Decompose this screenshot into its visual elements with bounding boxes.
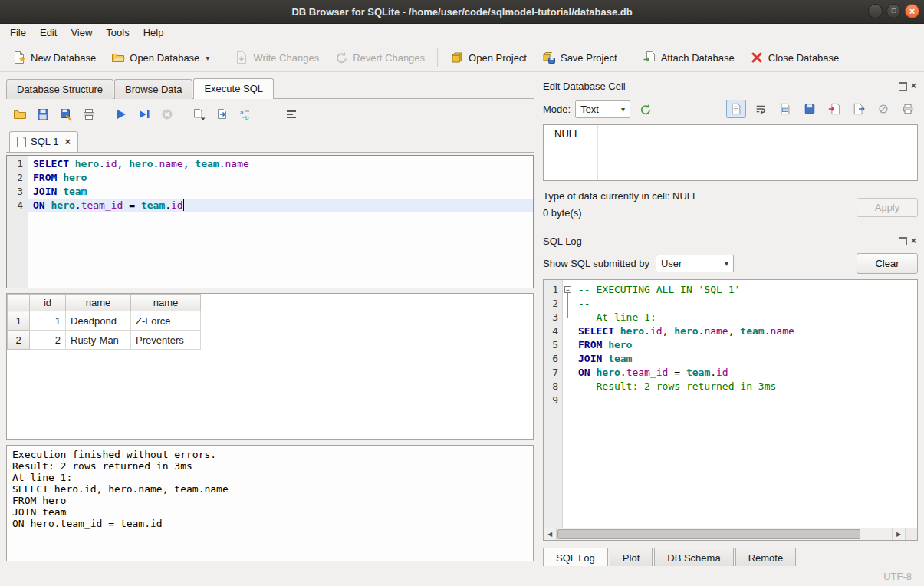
menu-edit[interactable]: Edit: [33, 24, 64, 44]
minimize-button[interactable]: –: [868, 4, 883, 18]
title-bar[interactable]: DB Browser for SQLite - /home/user/code/…: [0, 0, 924, 24]
close-panel-icon[interactable]: ×: [911, 237, 916, 245]
new-database-button[interactable]: New Database: [5, 46, 104, 69]
horizontal-scrollbar[interactable]: ◀ ▶: [544, 528, 917, 540]
execute-all-icon: [114, 107, 128, 121]
open-in-new-tab-button[interactable]: [212, 104, 233, 125]
column-header[interactable]: name: [131, 295, 201, 311]
cell-editor[interactable]: NULL: [543, 124, 918, 181]
close-panel-icon[interactable]: ×: [911, 82, 916, 90]
close-database-label: Close Database: [768, 52, 840, 64]
table-row[interactable]: 11DeadpondZ-Force: [8, 311, 201, 331]
set-null-button[interactable]: [873, 100, 893, 118]
clear-log-button[interactable]: Clear: [857, 253, 918, 274]
print-cell-button[interactable]: [898, 100, 918, 118]
print-icon: [902, 103, 914, 115]
cell-size-info: 0 byte(s): [543, 207, 857, 219]
cell-type-info: Type of data currently in cell: NULL: [543, 190, 857, 202]
code-text: SELECT hero.id, hero.name, team.name: [574, 324, 917, 338]
close-database-button[interactable]: Close Database: [742, 46, 847, 69]
word-wrap-cell-button[interactable]: [751, 100, 771, 118]
float-panel-icon[interactable]: [899, 82, 907, 91]
menu-bar: FileEditViewToolsHelp: [0, 24, 924, 44]
attach-database-button[interactable]: Attach Database: [635, 46, 742, 69]
table-cell[interactable]: Deadpond: [66, 311, 131, 331]
tab-close-icon[interactable]: ×: [64, 136, 71, 147]
scrollbar-thumb[interactable]: [557, 529, 860, 539]
new-database-label: New Database: [31, 52, 96, 64]
auto-update-button[interactable]: [635, 100, 655, 118]
execute-all-button[interactable]: [110, 104, 132, 125]
execution-message-pane[interactable]: Execution finished without errors. Resul…: [6, 445, 534, 561]
save-cell-file-button[interactable]: [800, 100, 820, 118]
line-number: 4: [7, 199, 28, 212]
table-row[interactable]: 22Rusty-ManPreventers: [8, 331, 201, 350]
print-sql-button[interactable]: [78, 104, 100, 125]
save-sql-as-button[interactable]: [55, 104, 77, 125]
execute-current-line-icon: [137, 107, 151, 121]
menu-tools[interactable]: Tools: [99, 24, 136, 44]
save-sql-file-button[interactable]: [32, 104, 54, 125]
word-wrap-icon: [755, 103, 767, 115]
code-line: 2--: [544, 297, 917, 311]
find-replace-icon: ab: [238, 107, 252, 121]
execute-current-line-button[interactable]: [133, 104, 155, 125]
open-cell-file-button[interactable]: [775, 100, 795, 118]
stop-execution-button: [156, 104, 178, 125]
table-cell[interactable]: Preventers: [131, 331, 201, 350]
fold-margin[interactable]: −: [562, 283, 574, 297]
maximize-button[interactable]: □: [886, 4, 901, 18]
open-database-label: Open Database: [130, 52, 199, 64]
code-text: SELECT hero.id, hero.name, team.name: [28, 157, 533, 171]
float-panel-icon[interactable]: [899, 237, 907, 245]
open-project-button[interactable]: Open Project: [442, 46, 534, 69]
fold-margin: [562, 324, 574, 338]
scroll-left-icon[interactable]: ◀: [544, 528, 557, 540]
code-text: FROM hero: [28, 171, 533, 185]
attach-database-icon: [643, 51, 656, 64]
tab-execute-sql[interactable]: Execute SQL: [193, 78, 274, 99]
save-project-button[interactable]: Save Project: [534, 46, 625, 69]
save-sql-as-icon: [59, 107, 73, 121]
fold-collapse-icon[interactable]: −: [564, 286, 571, 293]
find-replace-button[interactable]: ab: [235, 104, 256, 125]
table-cell[interactable]: Rusty-Man: [66, 331, 131, 350]
menu-help[interactable]: Help: [136, 24, 171, 44]
sql-editor[interactable]: 1SELECT hero.id, hero.name, team.name2FR…: [6, 155, 534, 288]
code-line: 1−-- EXECUTING ALL IN 'SQL 1': [544, 283, 917, 297]
column-header[interactable]: name: [66, 295, 131, 311]
results-grid[interactable]: idnamename 11DeadpondZ-Force22Rusty-ManP…: [6, 293, 534, 440]
open-database-button[interactable]: Open Database ▾: [104, 46, 217, 69]
new-tab-button[interactable]: [189, 104, 210, 125]
tab-database-structure[interactable]: Database Structure: [6, 79, 113, 99]
fold-margin: [562, 366, 574, 380]
menu-file[interactable]: File: [3, 24, 33, 44]
menu-view[interactable]: View: [64, 24, 99, 44]
mode-select[interactable]: Text ▾: [575, 100, 630, 118]
log-filter-select[interactable]: User ▾: [656, 255, 734, 272]
toolbar-separator: [437, 48, 438, 67]
results-tbody: 11DeadpondZ-Force22Rusty-ManPreventers: [8, 311, 201, 350]
window-controls: – □ ×: [868, 4, 919, 18]
sql1-tab[interactable]: SQL 1 ×: [9, 131, 78, 152]
window-title: DB Browser for SQLite - /home/user/code/…: [0, 6, 924, 18]
word-wrap-button[interactable]: [281, 104, 302, 125]
open-sql-file-button[interactable]: [9, 104, 31, 125]
import-cell-button[interactable]: [824, 100, 844, 118]
line-number: 5: [544, 338, 562, 352]
save-file-icon: [804, 103, 816, 115]
close-button[interactable]: ×: [905, 4, 919, 18]
table-cell[interactable]: 1: [30, 311, 66, 331]
sql-log-view[interactable]: 1−-- EXECUTING ALL IN 'SQL 1'2--3-- At l…: [543, 279, 918, 541]
open-database-dropdown-icon[interactable]: ▾: [206, 54, 209, 62]
table-cell[interactable]: 2: [30, 331, 66, 350]
tab-browse-data[interactable]: Browse Data: [114, 79, 192, 99]
text-view-button[interactable]: [726, 100, 746, 118]
export-cell-button[interactable]: [849, 100, 869, 118]
column-header[interactable]: id: [30, 295, 66, 311]
fold-margin: [562, 380, 574, 393]
edit-cell-header: Edit Database Cell ×: [543, 78, 916, 94]
table-cell[interactable]: Z-Force: [131, 311, 201, 331]
scroll-right-icon[interactable]: ▶: [892, 528, 905, 540]
scrollbar-track[interactable]: [557, 528, 892, 540]
